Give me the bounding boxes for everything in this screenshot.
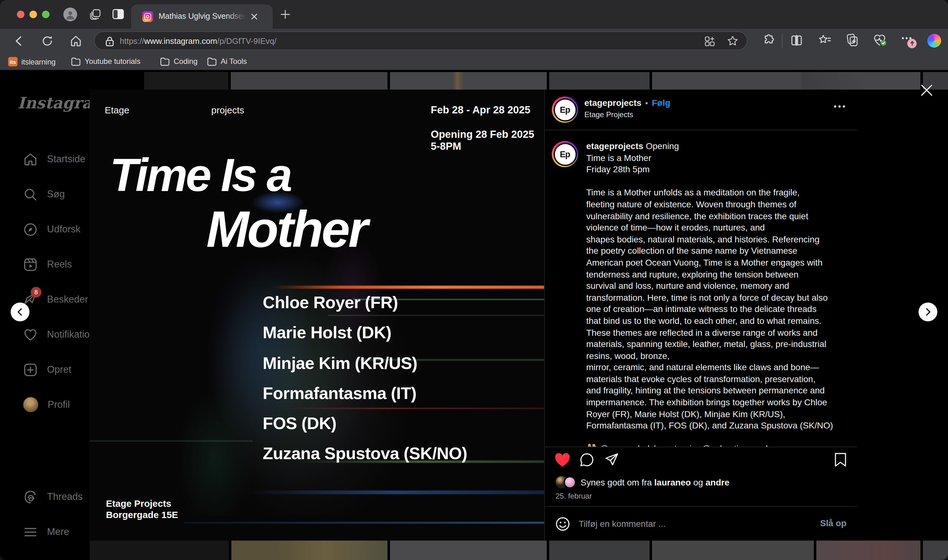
close-window-button[interactable]: [17, 11, 25, 18]
sidebar-panel-icon[interactable]: [112, 9, 124, 19]
post-image[interactable]: Etage projects Feb 28 - Apr 28 2025 Open…: [90, 89, 544, 541]
comment-input[interactable]: Tilføj en kommentar ...: [579, 518, 666, 529]
zoom-window-button[interactable]: [42, 11, 49, 18]
tab-groups-icon[interactable]: [90, 9, 101, 20]
post-panel: Ep etageprojects • Følg Etage Projects E…: [544, 89, 857, 541]
favorites-list-icon[interactable]: [818, 34, 832, 47]
like-icon[interactable]: [554, 452, 571, 467]
caption-story-ring[interactable]: Ep: [552, 141, 578, 167]
poster-brand-right: projects: [211, 105, 244, 115]
settings-more-button[interactable]: [901, 34, 917, 49]
follow-button[interactable]: Følg: [652, 98, 670, 108]
next-post-button[interactable]: [919, 303, 937, 322]
poster-footer-line1: Etage Projects: [106, 498, 178, 509]
post-comment-button[interactable]: Slå op: [820, 518, 846, 528]
back-button[interactable]: [12, 34, 26, 48]
post-caption: etageprojects Opening Time is a Mother F…: [586, 140, 845, 447]
instagram-logo[interactable]: Instagram: [17, 94, 90, 112]
poster-opening-line2: 5-8PM: [431, 140, 534, 152]
previous-post-button[interactable]: [11, 303, 29, 322]
background-grid-thumbnail: [90, 541, 229, 560]
poster-footer-line2: Borgergade 15E: [106, 509, 178, 520]
tab-close-icon[interactable]: [250, 12, 259, 21]
home-button[interactable]: [69, 34, 82, 47]
emoji-icon[interactable]: [555, 516, 571, 532]
bookmark-icon[interactable]: [834, 452, 847, 467]
bookmark-folder-coding[interactable]: Coding: [160, 57, 198, 66]
liker-avatar: [564, 476, 576, 489]
background-grid-thumbnail: [231, 72, 388, 89]
sidebar-item-startside[interactable]: Startside: [0, 150, 85, 168]
person-icon: [65, 9, 75, 19]
post-header: Ep etageprojects • Følg Etage Projects: [545, 89, 857, 130]
sidebar-item-mere[interactable]: Mere: [0, 523, 69, 541]
close-modal-icon[interactable]: [919, 83, 934, 98]
bookmark-folder-ai-tools[interactable]: Ai Tools: [207, 57, 247, 66]
poster-title-line2: Mother: [206, 203, 366, 255]
threads-icon: [23, 489, 38, 504]
sidebar-item-profil[interactable]: Profil: [0, 396, 70, 414]
toolbar-divider: [782, 34, 783, 48]
sidebar-item-notifikationer[interactable]: Notifikationer: [0, 326, 90, 343]
search-icon: [23, 187, 38, 202]
profile-avatar: [23, 397, 38, 412]
compass-icon: [23, 222, 38, 237]
post-actions: Synes godt om fra lauraneo og andre 25. …: [545, 447, 857, 506]
sidebar-item-reels[interactable]: Reels: [0, 255, 72, 273]
background-grid-thumbnail: [923, 541, 948, 560]
reload-button[interactable]: [42, 35, 53, 47]
poster-artist: Minjae Kim (KR/US): [263, 348, 467, 378]
chevron-left-icon: [16, 308, 24, 316]
create-plus-icon: [23, 362, 38, 377]
comment-icon[interactable]: [579, 452, 594, 467]
liked-by-avatars[interactable]: [556, 476, 578, 489]
browser-essentials-icon[interactable]: [873, 33, 888, 48]
background-grid-thumbnail: [144, 72, 228, 89]
sidebar-item-threads[interactable]: Threads: [0, 488, 83, 506]
minimize-window-button[interactable]: [29, 11, 37, 18]
background-grid-thumbnail: [652, 72, 920, 89]
browser-tab[interactable]: Mathias Uglvig Svendsen (@ma: [131, 5, 273, 29]
extensions-icon[interactable]: [763, 34, 775, 47]
chevron-right-icon: [924, 308, 932, 316]
sidebar-item-soeg[interactable]: Søg: [0, 185, 65, 203]
instagram-page: Instagram Startside Søg Udforsk Reels 8: [0, 70, 948, 560]
sidebar-item-opret[interactable]: Opret: [0, 361, 71, 378]
background-grid-thumbnail: [816, 541, 920, 560]
likes-summary[interactable]: Synes godt om fra lauraneo og andre: [581, 477, 729, 487]
instagram-favicon-icon: [142, 11, 153, 22]
folder-icon: [71, 57, 81, 66]
messages-badge: 8: [31, 286, 42, 297]
new-tab-button[interactable]: [279, 9, 291, 20]
story-ring[interactable]: Ep: [552, 97, 578, 123]
workspaces-icon[interactable]: [704, 36, 715, 47]
poster-artist: Formafantasma (IT): [263, 378, 467, 409]
address-bar[interactable]: https://www.instagram.com/p/DGfTV-9IEvq/: [94, 31, 747, 50]
background-grid-thumbnail: [232, 541, 388, 560]
split-screen-icon[interactable]: [790, 34, 803, 47]
collections-icon[interactable]: [846, 33, 860, 48]
poster-opening-line1: Opening 28 Feb 2025: [431, 128, 534, 140]
lock-icon[interactable]: [105, 36, 114, 46]
favorite-star-icon[interactable]: [727, 35, 739, 47]
copilot-icon[interactable]: [927, 34, 941, 48]
share-icon[interactable]: [604, 452, 619, 467]
poster-artist: FOS (DK): [263, 408, 467, 439]
comments-scroll-area[interactable]: Ep etageprojects Opening Time is a Mothe…: [545, 130, 857, 447]
background-grid-thumbnail: [390, 541, 547, 560]
post-options-icon[interactable]: [833, 105, 846, 108]
poster-title-line1: Time Is a: [110, 152, 290, 198]
post-username[interactable]: etageprojects: [584, 98, 641, 108]
caption-username[interactable]: etageprojects: [586, 141, 643, 151]
etageprojects-avatar: Ep: [553, 143, 576, 166]
sidebar-item-udforsk[interactable]: Udforsk: [0, 220, 80, 238]
bookmark-folder-youtube-tutorials[interactable]: Youtube tutorials: [71, 57, 141, 66]
background-grid-thumbnail: [652, 541, 814, 560]
heart-icon: [23, 327, 38, 342]
username-separator: •: [645, 98, 648, 108]
bookmarks-bar: its itslearning Youtube tutorials Coding…: [0, 53, 948, 70]
home-icon: [23, 152, 38, 166]
browser-profile-avatar[interactable]: [63, 8, 77, 21]
glitch-streak: [184, 522, 544, 524]
bookmark-itslearning[interactable]: its itslearning: [8, 57, 56, 66]
